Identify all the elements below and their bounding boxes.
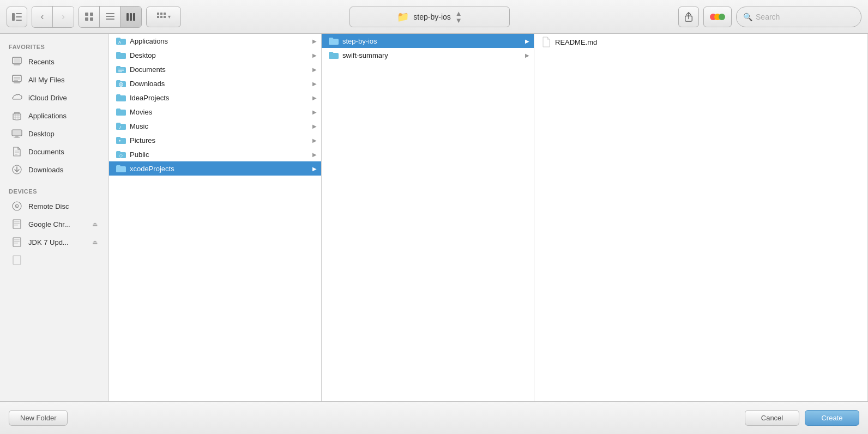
col-arrow-swift-summary: ▶ [525,52,529,58]
svg-rect-9 [106,16,114,17]
bottom-bar: New Folder Cancel Create [0,401,868,434]
col-item-public-label: Public [130,150,149,159]
sidebar-item-downloads[interactable]: Downloads [2,161,106,178]
nav-buttons: ‹ › [32,6,74,28]
svg-rect-6 [85,17,88,21]
svg-rect-0 [12,13,15,21]
svg-rect-25 [14,58,20,63]
svg-rect-17 [157,16,159,18]
col-item-swift-summary[interactable]: swift-summary ▶ [322,48,534,62]
folder-swift-icon [328,51,339,59]
col-item-music-label: Music [130,122,148,130]
svg-rect-51 [14,239,20,240]
path-control[interactable]: 📁 step-by-ios ▲ ▼ [349,7,510,27]
folder-step-icon [328,37,339,45]
jdk-icon [11,236,23,248]
svg-rect-3 [16,20,22,21]
col-item-step-by-ios-label: step-by-ios [342,37,377,45]
sidebar-item-unknown[interactable] [2,251,106,269]
col-item-movies[interactable]: Movies ▶ [109,105,321,119]
sidebar-item-jdk-label: JDK 7 Upd... [28,238,69,246]
tag-button[interactable] [703,7,732,27]
path-label: step-by-ios [413,13,450,21]
svg-rect-29 [14,79,20,80]
svg-point-61 [119,140,120,142]
eject-jdk-icon[interactable]: ⏏ [92,239,98,246]
back-button[interactable]: ‹ [32,7,53,27]
favorites-label: Favorites [0,40,108,52]
sidebar-item-applications-label: Applications [28,112,67,120]
col-item-downloads-col[interactable]: Downloads ▶ [109,76,321,91]
col-item-step-by-ios[interactable]: step-by-ios ▶ [322,34,534,48]
column-browser: A Applications ▶ Desktop ▶ [109,34,868,401]
desktop-icon [11,128,23,140]
svg-rect-12 [130,13,132,21]
icon-view-button[interactable] [79,7,100,27]
disc-icon [11,200,23,212]
svg-rect-16 [164,13,166,15]
sidebar-item-google-chr[interactable]: Google Chr... ⏏ [2,215,106,233]
svg-rect-18 [160,16,162,18]
all-files-icon [11,74,23,86]
col-arrow-desktop: ▶ [312,52,317,58]
col-arrow-applications: ▶ [312,38,317,44]
svg-rect-13 [133,13,135,21]
list-view-button[interactable] [100,7,120,27]
sidebar-item-recents-label: Recents [28,58,55,66]
eject-google-icon[interactable]: ⏏ [92,221,98,228]
svg-rect-53 [14,243,18,244]
new-folder-button[interactable]: New Folder [9,410,68,426]
documents-icon [11,146,23,158]
sidebar-item-all-my-files[interactable]: All My Files [2,71,106,88]
gallery-view-button[interactable]: ▾ [146,7,181,27]
sidebar-item-documents-label: Documents [28,148,64,156]
sidebar-item-recents[interactable]: Recents [2,53,106,70]
sidebar-item-icloud-label: iCloud Drive [28,94,67,102]
svg-rect-58 [118,71,122,72]
svg-rect-1 [16,13,22,14]
col-arrow-step-by-ios: ▶ [525,38,529,44]
main-area: Favorites Recents A [0,34,868,401]
create-button[interactable]: Create [805,410,859,426]
view-buttons [79,6,142,28]
svg-point-45 [16,206,17,207]
col-arrow-documents: ▶ [312,67,317,73]
col-item-desktop[interactable]: Desktop ▶ [109,48,321,62]
sidebar-item-documents[interactable]: Documents [2,143,106,160]
column-view-button[interactable] [120,7,141,27]
col-item-readme[interactable]: README.md [534,34,867,50]
col-item-pictures[interactable]: Pictures ▶ [109,133,321,147]
downloads-icon [11,164,23,176]
svg-rect-26 [14,64,20,65]
share-button[interactable] [678,7,699,27]
forward-button[interactable]: › [53,7,74,27]
svg-rect-36 [12,130,22,136]
sidebar-item-icloud-drive[interactable]: iCloud Drive [2,89,106,106]
sidebar-item-desktop[interactable]: Desktop [2,125,106,142]
svg-rect-11 [126,13,129,21]
cancel-button[interactable]: Cancel [745,410,799,426]
column-pane-1: A Applications ▶ Desktop ▶ [109,34,322,401]
col-item-applications[interactable]: A Applications ▶ [109,34,321,48]
folder-movies-icon [116,107,126,116]
col-item-ideaprojects[interactable]: IdeaProjects ▶ [109,91,321,105]
sidebar: Favorites Recents A [0,34,109,401]
svg-rect-30 [14,80,18,81]
col-item-documents[interactable]: Documents ▶ [109,62,321,76]
col-item-public[interactable]: ◇ Public ▶ [109,147,321,161]
sidebar-toggle-button[interactable] [7,7,27,27]
sidebar-item-jdk[interactable]: JDK 7 Upd... ⏏ [2,233,106,251]
devices-label: Devices [0,185,108,197]
sidebar-item-applications[interactable]: Applications [2,107,106,124]
svg-text:A: A [118,40,121,44]
svg-rect-31 [14,82,20,83]
search-box[interactable]: 🔍 Search [736,7,861,27]
col-item-downloads-label: Downloads [130,80,165,88]
search-placeholder: Search [756,13,780,21]
toolbar: ‹ › [0,0,868,34]
col-item-music[interactable]: ♪ Music ▶ [109,119,321,133]
unknown-device-icon [11,254,23,266]
svg-point-23 [719,14,725,20]
sidebar-item-remote-disc[interactable]: Remote Disc [2,197,106,215]
col-item-xcodeprojects[interactable]: xcodeProjects ▶ [109,161,321,176]
